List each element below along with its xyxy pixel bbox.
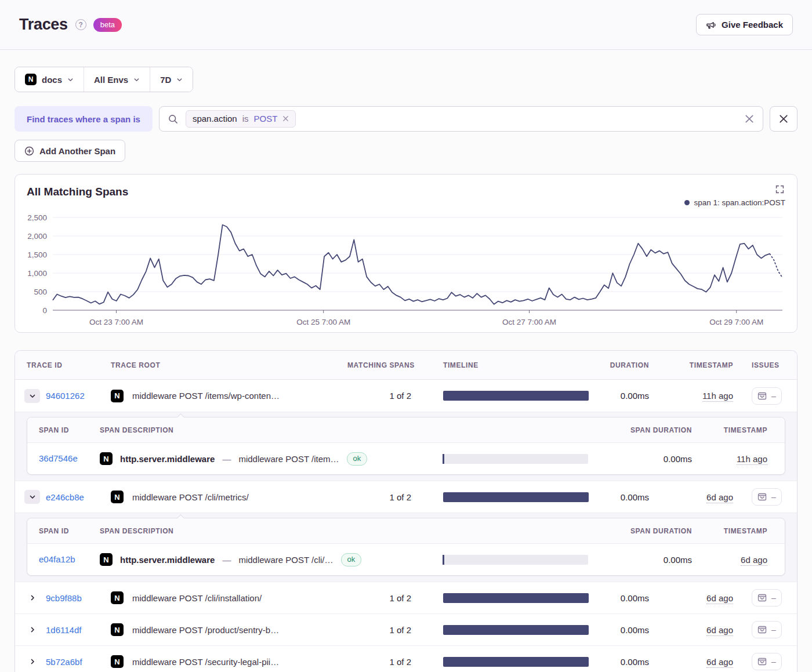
timeline-cell xyxy=(411,593,591,603)
timestamp-link[interactable]: 6d ago xyxy=(741,555,767,566)
expand-row-chevron[interactable] xyxy=(24,591,40,605)
span-search-row: Find traces where a span is span.action … xyxy=(14,106,798,132)
environment-selector[interactable]: All Envs xyxy=(84,67,150,92)
span-duration-header: SPAN DURATION xyxy=(605,527,692,535)
collapse-row-chevron[interactable] xyxy=(24,490,40,504)
issues-cell: – xyxy=(745,589,797,606)
chevron-down-icon xyxy=(29,493,36,500)
trace-id-cell: 94601262 xyxy=(15,389,111,403)
expand-row-chevron[interactable] xyxy=(24,655,40,669)
collapse-row-chevron[interactable] xyxy=(24,389,40,403)
matching-spans-header: MATCHING SPANS xyxy=(347,361,411,369)
find-traces-label: Find traces where a span is xyxy=(14,106,153,132)
issues-count: – xyxy=(771,657,776,666)
token-remove-icon[interactable] xyxy=(282,115,289,122)
separator-dash: — xyxy=(222,454,231,464)
issues-button[interactable]: – xyxy=(752,488,782,506)
give-feedback-button[interactable]: Give Feedback xyxy=(696,14,793,35)
span-id-link[interactable]: 36d7546e xyxy=(39,453,78,463)
timeline-bar xyxy=(443,391,589,401)
timestamp-cell: 6d ago xyxy=(661,492,745,502)
issues-icon xyxy=(757,626,767,634)
issues-button[interactable]: – xyxy=(752,589,782,606)
filter-token[interactable]: span.action is POST xyxy=(186,110,296,128)
add-another-span-button[interactable]: Add Another Span xyxy=(14,140,125,162)
svg-text:Oct 27 7:00 AM: Oct 27 7:00 AM xyxy=(502,318,556,326)
nextjs-icon xyxy=(111,390,124,402)
svg-text:Oct 25 7:00 AM: Oct 25 7:00 AM xyxy=(296,318,350,326)
issues-cell: – xyxy=(745,653,797,670)
svg-text:Oct 23 7:00 AM: Oct 23 7:00 AM xyxy=(89,318,143,326)
filter-token-key: span.action xyxy=(193,114,237,123)
span-description-text: middleware POST /item… xyxy=(238,454,339,464)
filter-token-value[interactable]: POST xyxy=(254,114,278,123)
nextjs-icon xyxy=(100,452,113,465)
issues-button[interactable]: – xyxy=(752,621,782,638)
matching-spans-cell: 1 of 2 xyxy=(347,657,411,667)
trace-id-cell: 9cb9f88b xyxy=(15,591,111,605)
table-row: e246cb8emiddleware POST /cli/metrics/1 o… xyxy=(15,481,797,513)
issues-button[interactable]: – xyxy=(752,387,782,405)
expand-row-chevron[interactable] xyxy=(24,623,40,637)
issues-icon xyxy=(757,658,767,666)
clear-search-icon[interactable] xyxy=(745,114,754,123)
trace-id-link[interactable]: 9cb9f88b xyxy=(46,593,82,603)
issues-cell: – xyxy=(745,488,797,506)
span-subtable: SPAN IDSPAN DESCRIPTIONSPAN DURATIONTIME… xyxy=(27,518,785,576)
span-description-text: middleware POST /cli/… xyxy=(238,555,333,565)
nextjs-icon xyxy=(111,491,124,503)
span-operation: http.server.middleware xyxy=(120,454,215,464)
fullscreen-icon xyxy=(775,185,784,194)
traces-table-body: 94601262middleware POST /items/wp-conten… xyxy=(15,380,797,672)
timestamp-link[interactable]: 11h ago xyxy=(737,454,767,465)
span-description-header: SPAN DESCRIPTION xyxy=(100,527,437,535)
trace-root-cell: middleware POST /cli/installation/ xyxy=(111,591,347,604)
nextjs-icon xyxy=(111,655,124,668)
expand-chart-button[interactable] xyxy=(774,184,785,195)
trace-id-link[interactable]: 1d6114df xyxy=(46,625,81,635)
span-search-input[interactable]: span.action is POST xyxy=(159,106,763,132)
plus-circle-icon xyxy=(24,146,34,156)
filter-token-operator[interactable]: is xyxy=(242,114,249,123)
chevron-right-icon xyxy=(29,626,36,633)
timestamp-link[interactable]: 6d ago xyxy=(706,657,733,668)
trace-id-link[interactable]: 5b72a6bf xyxy=(46,657,82,667)
nextjs-icon xyxy=(111,591,124,604)
duration-cell: 0.00ms xyxy=(591,492,661,502)
matching-spans-cell: 1 of 2 xyxy=(347,593,411,603)
chevron-down-icon xyxy=(176,77,183,83)
timeline-cell xyxy=(411,391,591,401)
trace-id-link[interactable]: e246cb8e xyxy=(46,492,84,502)
svg-text:500: 500 xyxy=(34,288,47,296)
add-another-span-label: Add Another Span xyxy=(39,146,115,156)
issues-header: ISSUES xyxy=(745,361,797,369)
span-description-header: SPAN DESCRIPTION xyxy=(100,426,437,434)
close-icon xyxy=(779,114,788,123)
issues-cell: – xyxy=(745,387,797,405)
timeline-bar xyxy=(443,657,589,667)
timestamp-link[interactable]: 11h ago xyxy=(702,391,733,402)
table-row: 5b72a6bfmiddleware POST /security-legal-… xyxy=(15,645,797,672)
timestamp-header: TIMESTAMP xyxy=(661,361,745,369)
trace-id-link[interactable]: 94601262 xyxy=(46,391,85,401)
date-range-selector-label: 7D xyxy=(160,75,171,85)
help-icon[interactable]: ? xyxy=(75,19,86,30)
span-timeline-bar xyxy=(443,555,588,565)
timestamp-link[interactable]: 6d ago xyxy=(706,625,733,636)
timestamp-link[interactable]: 6d ago xyxy=(706,492,733,503)
chart-title: All Matching Spans xyxy=(27,184,128,198)
remove-span-filter-button[interactable] xyxy=(770,106,798,132)
timeline-cell xyxy=(411,657,591,667)
traces-table-header: TRACE ID TRACE ROOT MATCHING SPANS TIMEL… xyxy=(15,351,797,380)
top-bar: Traces ? beta Give Feedback xyxy=(0,0,812,50)
timestamp-link[interactable]: 6d ago xyxy=(706,593,733,604)
span-id-header: SPAN ID xyxy=(27,527,100,535)
trace-id-header: TRACE ID xyxy=(15,361,111,369)
span-id-link[interactable]: e04fa12b xyxy=(39,554,75,564)
date-range-selector[interactable]: 7D xyxy=(150,67,193,92)
span-id-cell: 36d7546e xyxy=(27,453,100,464)
chart-legend[interactable]: span 1: span.action:POST xyxy=(684,198,785,207)
span-timeline-cell xyxy=(437,555,605,565)
issues-button[interactable]: – xyxy=(752,653,782,670)
project-selector[interactable]: docs xyxy=(15,67,84,92)
